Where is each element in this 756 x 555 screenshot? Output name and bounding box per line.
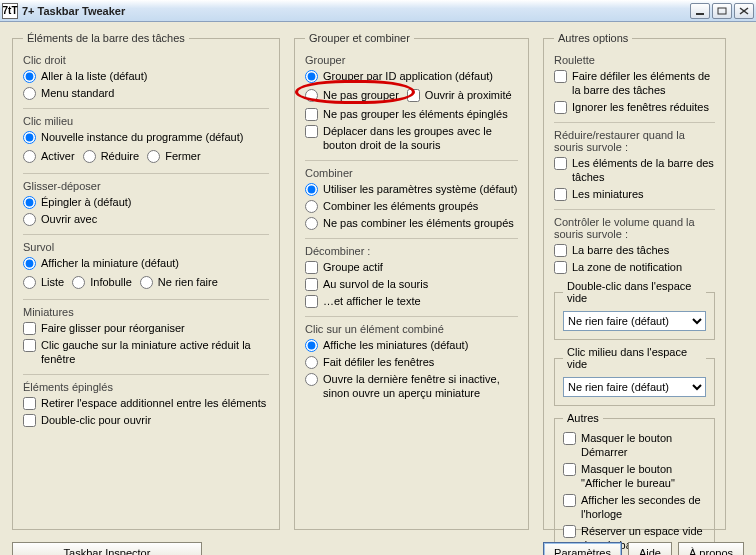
hv-tip-radio[interactable]: Infobulle	[72, 275, 132, 289]
grp-none-radio[interactable]: Ne pas grouper	[305, 88, 399, 102]
ot-hide-start-check[interactable]: Masquer le bouton Démarrer	[563, 431, 706, 459]
right-click-label: Clic droit	[23, 54, 269, 66]
hv-nothing-radio[interactable]: Ne rien faire	[140, 275, 218, 289]
ot-seconds-check[interactable]: Afficher les secondes de l'horloge	[563, 493, 706, 521]
titlebar: 7tT 7+ Taskbar Tweaker	[0, 0, 756, 22]
wh-skip-check[interactable]: Ignorer les fenêtres réduites	[554, 100, 715, 114]
maximize-button[interactable]	[712, 3, 732, 19]
taskbar-inspector-button[interactable]: Taskbar Inspector	[12, 542, 202, 555]
vh-tray-check[interactable]: La zone de notification	[554, 260, 715, 274]
mh-thumbs-check[interactable]: Les miniatures	[554, 187, 715, 201]
grp-pinned-check[interactable]: Ne pas grouper les éléments épinglés	[305, 107, 518, 121]
window-controls	[690, 3, 754, 19]
dc-hover-check[interactable]: Au survol de la souris	[305, 277, 518, 291]
dc-active-check[interactable]: Groupe actif	[305, 260, 518, 274]
mid-click-group: Clic milieu dans l'espace vide Ne rien f…	[554, 346, 715, 406]
combined-click-label: Clic sur un élément combiné	[305, 323, 518, 335]
decombine-label: Décombiner :	[305, 245, 518, 257]
other-options-group: Autres options Roulette Faire défiler le…	[543, 32, 726, 530]
wheel-label: Roulette	[554, 54, 715, 66]
cc-last-radio[interactable]: Ouvre la dernière fenêtre si inactive, s…	[305, 372, 518, 400]
dd-pin-radio[interactable]: Épingler à (défaut)	[23, 195, 269, 209]
dc-show-text-check[interactable]: …et afficher le texte	[305, 294, 518, 308]
cc-cycle-radio[interactable]: Fait défiler les fenêtres	[305, 355, 518, 369]
pinned-label: Éléments épinglés	[23, 381, 269, 393]
mc-close-radio[interactable]: Fermer	[147, 149, 200, 163]
cc-thumb-radio[interactable]: Affiche les miniatures (défaut)	[305, 338, 518, 352]
dbl-click-select[interactable]: Ne rien faire (défaut)	[563, 311, 706, 331]
pin-gap-check[interactable]: Retirer l'espace additionnel entre les é…	[23, 396, 269, 410]
hv-list-radio[interactable]: Liste	[23, 275, 64, 289]
rc-jumplist-radio[interactable]: Aller à la liste (défaut)	[23, 69, 269, 83]
th-lclick-check[interactable]: Clic gauche sur la miniature active rédu…	[23, 338, 269, 366]
svg-rect-1	[718, 8, 726, 14]
dd-open-radio[interactable]: Ouvrir avec	[23, 212, 269, 226]
mid-click-select[interactable]: Ne rien faire (défaut)	[563, 377, 706, 397]
grp-appid-radio[interactable]: Grouper par ID application (défaut)	[305, 69, 518, 83]
grp-open-near-check[interactable]: Ouvrir à proximité	[407, 88, 512, 102]
mid-click-legend: Clic milieu dans l'espace vide	[563, 346, 706, 370]
volhover-label: Contrôler le volume quand la souris surv…	[554, 216, 715, 240]
mc-activate-radio[interactable]: Activer	[23, 149, 75, 163]
thumbnails-label: Miniatures	[23, 306, 269, 318]
dbl-click-legend: Double-clic dans l'espace vide	[563, 280, 706, 304]
rc-standard-radio[interactable]: Menu standard	[23, 86, 269, 100]
minhover-label: Réduire/restaurer quand la souris survol…	[554, 129, 715, 153]
mc-minimize-radio[interactable]: Réduire	[83, 149, 140, 163]
cb-sys-radio[interactable]: Utiliser les paramètres système (défaut)	[305, 182, 518, 196]
wh-cycle-check[interactable]: Faire défiler les éléments de la barre d…	[554, 69, 715, 97]
th-drag-check[interactable]: Faire glisser pour réorganiser	[23, 321, 269, 335]
cb-none-radio[interactable]: Ne pas combiner les éléments groupés	[305, 216, 518, 230]
about-button[interactable]: À propos	[678, 542, 744, 555]
help-button[interactable]: Aide	[628, 542, 672, 555]
window-title: 7+ Taskbar Tweaker	[22, 5, 690, 17]
button-bar: Taskbar Inspector Paramètres Aide À prop…	[12, 542, 744, 555]
pin-dbl-check[interactable]: Double-clic pour ouvrir	[23, 413, 269, 427]
group-combine-legend: Grouper et combiner	[305, 32, 414, 44]
dbl-click-group: Double-clic dans l'espace vide Ne rien f…	[554, 280, 715, 340]
app-icon: 7tT	[2, 3, 18, 19]
cb-grouped-radio[interactable]: Combiner les éléments groupés	[305, 199, 518, 213]
svg-rect-0	[696, 13, 704, 15]
ot-hide-desktop-check[interactable]: Masquer le bouton "Afficher le bureau"	[563, 462, 706, 490]
taskbar-items-legend: Éléments de la barre des tâches	[23, 32, 189, 44]
drag-drop-label: Glisser-déposer	[23, 180, 269, 192]
others-legend: Autres	[563, 412, 603, 424]
close-button[interactable]	[734, 3, 754, 19]
settings-button[interactable]: Paramètres	[543, 542, 622, 555]
vh-taskbar-check[interactable]: La barre des tâches	[554, 243, 715, 257]
grp-rdrag-check[interactable]: Déplacer dans les groupes avec le bouton…	[305, 124, 518, 152]
minimize-button[interactable]	[690, 3, 710, 19]
hover-label: Survol	[23, 241, 269, 253]
other-options-legend: Autres options	[554, 32, 632, 44]
mc-new-radio[interactable]: Nouvelle instance du programme (défaut)	[23, 130, 269, 144]
others-group: Autres Masquer le bouton Démarrer Masque…	[554, 412, 715, 555]
hv-thumb-radio[interactable]: Afficher la miniature (défaut)	[23, 256, 269, 270]
taskbar-items-group: Éléments de la barre des tâches Clic dro…	[12, 32, 280, 530]
middle-click-label: Clic milieu	[23, 115, 269, 127]
mh-items-check[interactable]: Les éléments de la barre des tâches	[554, 156, 715, 184]
combine-label: Combiner	[305, 167, 518, 179]
group-label: Grouper	[305, 54, 518, 66]
group-combine-group: Grouper et combiner Grouper Grouper par …	[294, 32, 529, 530]
